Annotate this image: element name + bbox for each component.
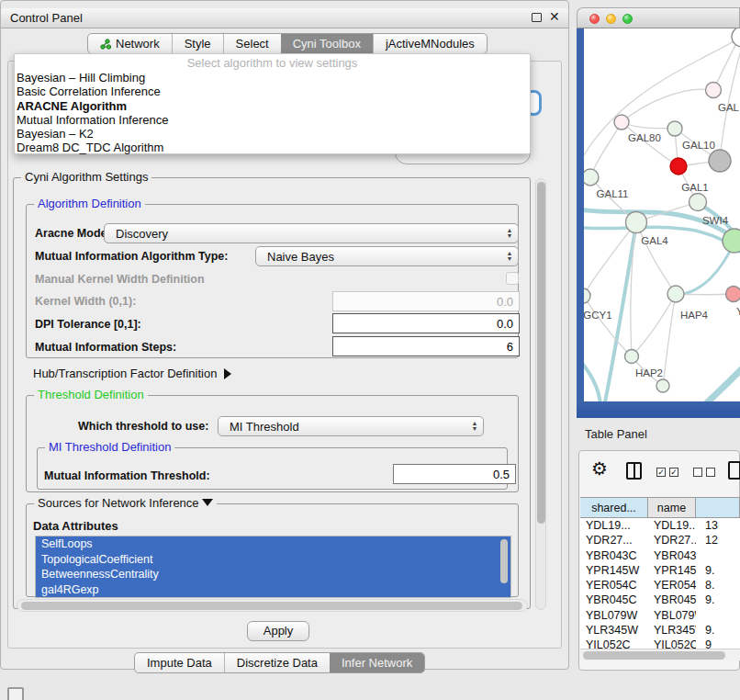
table-row[interactable]: YBL079WYBL079W	[580, 608, 740, 623]
settings-vertical-scrollbar-thumb[interactable]	[537, 182, 545, 524]
collapse-down-icon[interactable]	[202, 499, 213, 506]
data-attributes-list[interactable]: SelfLoopsTopologicalCoefficientBetweenne…	[35, 536, 511, 598]
gear-icon[interactable]: ⚙	[591, 457, 608, 480]
kernel-width-input[interactable]	[332, 291, 520, 311]
tab-impute-data[interactable]: Impute Data	[135, 653, 224, 672]
mi-type-combo[interactable]: Naive Bayes ▲▼	[255, 246, 519, 266]
network-node[interactable]	[726, 287, 740, 302]
tab-cyni-toolbox[interactable]: Cyni Toolbox	[281, 34, 373, 53]
algorithm-option-dream8-dc-tdc-algorithm[interactable]: Dream8 DC_TDC Algorithm	[15, 141, 530, 154]
network-edge[interactable]	[622, 122, 675, 129]
tab-infer-network[interactable]: Infer Network	[330, 653, 424, 672]
table-cell: YDR27...	[580, 533, 648, 548]
network-node[interactable]	[723, 229, 740, 253]
tab-discretize-data[interactable]: Discretize Data	[224, 653, 330, 672]
tab-jactivemnodules[interactable]: jActiveMNodules	[373, 34, 487, 53]
settings-horizontal-scrollbar[interactable]	[17, 599, 528, 612]
settings-vertical-scrollbar[interactable]	[535, 178, 546, 610]
control-panel-title: Control Panel	[10, 11, 83, 25]
checkbox-checked-icon[interactable]: ✓	[656, 468, 666, 477]
network-node[interactable]	[667, 121, 682, 136]
network-node[interactable]	[614, 115, 629, 130]
network-window-titlebar[interactable]	[577, 7, 740, 28]
mi-threshold-input[interactable]	[393, 464, 516, 484]
network-node[interactable]	[732, 28, 740, 47]
table-horizontal-scrollbar[interactable]	[580, 649, 740, 660]
settings-horizontal-scrollbar-thumb[interactable]	[21, 602, 522, 610]
network-edge[interactable]	[636, 222, 676, 294]
table-row[interactable]: YLR345WYLR345W9.	[580, 623, 740, 638]
kernel-width-label: Kernel Width (0,1):	[35, 295, 136, 308]
close-icon[interactable]: ✕	[549, 9, 560, 24]
network-node[interactable]	[690, 194, 707, 211]
attribute-item-selfloops[interactable]: SelfLoops	[36, 536, 510, 552]
attribute-item-topologicalcoefficient[interactable]: TopologicalCoefficient	[36, 552, 510, 568]
docked-panel-icon[interactable]	[7, 687, 24, 700]
network-node[interactable]	[625, 350, 639, 364]
attribute-item-gal4rgexp[interactable]: gal4RGexp	[36, 582, 510, 598]
hub-definition-section[interactable]: Hub/Transcription Factor Definition	[33, 367, 231, 380]
table-row[interactable]: YPR145WYPR145W9.	[580, 563, 740, 578]
network-edge[interactable]	[681, 359, 740, 401]
checkbox-unchecked-icon[interactable]	[693, 468, 702, 477]
network-node[interactable]	[626, 212, 647, 233]
table-cell: YPR145W	[580, 563, 648, 578]
column-header-shared[interactable]: shared...	[580, 498, 648, 517]
tab-style[interactable]: Style	[172, 34, 223, 53]
attribute-item-betweennesscentrality[interactable]: BetweennessCentrality	[36, 567, 510, 582]
mi-steps-input[interactable]	[332, 336, 520, 356]
network-edge[interactable]	[584, 222, 636, 296]
page-icon[interactable]	[728, 461, 740, 480]
bottom-tabstrip: Impute DataDiscretize DataInfer Network	[134, 652, 425, 673]
checkbox-unchecked-icon[interactable]	[706, 468, 715, 477]
network-node[interactable]	[656, 379, 669, 392]
tab-select-label: Select	[236, 37, 269, 51]
float-window-icon[interactable]	[532, 13, 542, 22]
algorithm-option-aracne-algorithm[interactable]: ARACNE Algorithm	[15, 99, 530, 113]
attributes-list-scrollbar-thumb[interactable]	[500, 539, 508, 583]
mi-steps-label: Mutual Information Steps:	[35, 341, 176, 354]
network-node[interactable]	[670, 158, 687, 175]
aracne-mode-combo[interactable]: Discovery ▲▼	[104, 223, 519, 243]
network-canvas[interactable]: GALGAL80GAL10GAL1GAL11SWI4GAL4GCY1HAP4YH…	[584, 28, 740, 401]
network-node[interactable]	[584, 288, 590, 303]
aracne-mode-value: Discovery	[105, 227, 501, 241]
tab-network[interactable]: Network	[88, 34, 172, 53]
network-node[interactable]	[667, 286, 684, 302]
column-header-partial[interactable]	[696, 498, 740, 517]
network-edge[interactable]	[632, 294, 676, 356]
apply-button[interactable]: Apply	[247, 621, 309, 641]
which-threshold-combo[interactable]: MI Threshold ▲▼	[218, 416, 484, 436]
network-node[interactable]	[584, 169, 599, 186]
network-edge[interactable]	[622, 89, 713, 122]
columns-icon[interactable]	[626, 462, 642, 480]
tab-select[interactable]: Select	[223, 34, 281, 53]
tab-network-label: Network	[116, 37, 160, 51]
algorithm-option-bayesian-k2[interactable]: Bayesian – K2	[15, 127, 530, 141]
mac-zoom-button[interactable]	[622, 14, 633, 24]
network-edge[interactable]	[663, 294, 676, 386]
table-panel-title: Table Panel	[585, 427, 647, 441]
table-row[interactable]: YDL19...YDL19...13	[580, 518, 740, 533]
control-panel-titlebar[interactable]: Control Panel ✕	[1, 8, 568, 28]
column-header-name[interactable]: name	[648, 498, 696, 517]
table-row[interactable]: YBR043CYBR043C	[580, 548, 740, 563]
mac-close-button[interactable]	[589, 14, 600, 24]
network-edge[interactable]	[584, 350, 601, 401]
network-node[interactable]	[709, 150, 731, 172]
algorithm-option-basic-correlation-inference[interactable]: Basic Correlation Inference	[15, 85, 530, 98]
network-node[interactable]	[706, 83, 722, 98]
table-row[interactable]: YER054CYER054C8.	[580, 578, 740, 593]
table-row[interactable]: YIL052CYIL052C9	[580, 638, 740, 649]
expand-right-icon[interactable]	[224, 368, 231, 379]
algorithm-option-bayesian-hill-climbing[interactable]: Bayesian – Hill Climbing	[15, 71, 530, 85]
manual-kernel-checkbox[interactable]	[506, 272, 519, 285]
algorithm-option-mutual-information-inference[interactable]: Mutual Information Inference	[15, 113, 530, 127]
mac-minimize-button[interactable]	[606, 14, 616, 24]
table-horizontal-scrollbar-thumb[interactable]	[583, 651, 725, 660]
checkbox-checked-icon[interactable]: ✓	[669, 468, 678, 477]
dpi-tolerance-input[interactable]	[332, 313, 520, 333]
table-row[interactable]: YBR045CYBR045C9.	[580, 593, 740, 607]
network-edge[interactable]	[590, 122, 622, 177]
table-row[interactable]: YDR27...YDR27...12	[580, 533, 740, 548]
